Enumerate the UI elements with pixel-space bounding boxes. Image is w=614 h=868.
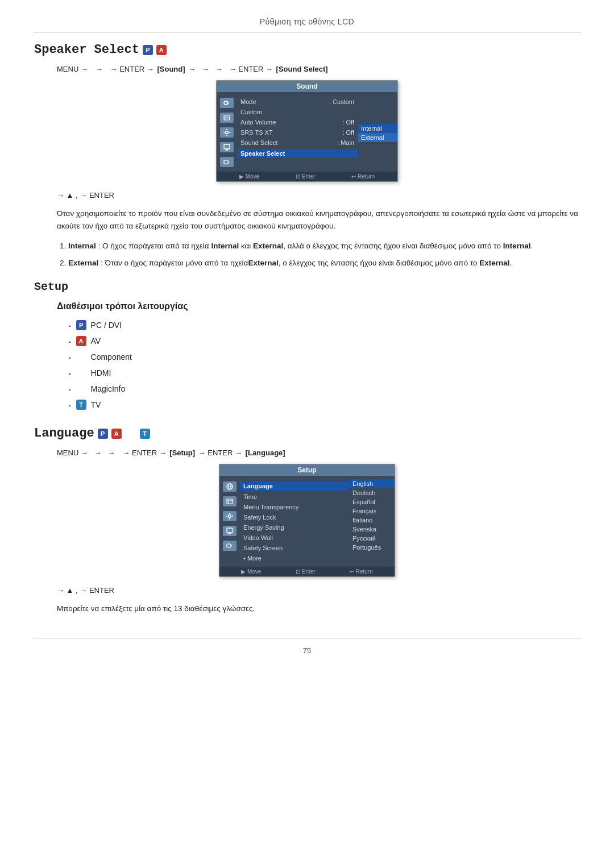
bullet-component: · <box>68 351 72 363</box>
speaker-select-nav-path: MENU → → → ENTER → [Sound] → → → → ENTER… <box>57 65 580 73</box>
lang-row-energy: Energy Saving <box>240 524 349 531</box>
language-section: Language P A T MENU → → → → ENTER → [Set… <box>34 426 580 615</box>
icon-sound <box>220 98 234 108</box>
lang-portugues: Português <box>349 543 395 552</box>
language-menu-mockup: Setup <box>34 464 580 577</box>
badge-tv: T <box>76 400 86 410</box>
sound-menu-mockup: Sound <box>34 80 580 182</box>
list-item-external: External : Όταν ο ήχος παράγεται μόνο απ… <box>68 257 580 269</box>
badge-p: P <box>143 45 153 55</box>
bullet-pc: · <box>68 319 72 331</box>
lang-icon-5 <box>223 541 237 551</box>
footer-enter: ⊡ Enter <box>296 173 316 180</box>
nav-enter1: → ENTER → <box>110 65 154 73</box>
lang-francais: Français <box>349 506 395 516</box>
bottom-rule <box>34 638 580 638</box>
mode-av-label: AV <box>91 333 101 349</box>
menu-row-srs: SRS TS XT : Off <box>237 128 358 136</box>
language-menu-box: Setup <box>219 464 395 577</box>
sound-menu-box: Sound <box>216 80 398 182</box>
menu-icons <box>217 95 237 169</box>
mode-tv-label: TV <box>91 397 101 413</box>
speaker-select-title: Speaker Select P A <box>34 43 580 57</box>
language-nav-path: MENU → → → → ENTER → [Setup] → ENTER → [… <box>57 448 580 457</box>
lang-row-video-wall: Video Wall <box>240 534 349 542</box>
setup-section: Setup Διαθέσιμοι τρόποι λειτουργίας · P … <box>34 280 580 413</box>
svg-rect-5 <box>224 160 228 164</box>
nav-sound: [Sound] <box>155 65 187 73</box>
submenu-external: External <box>358 133 397 142</box>
svg-point-0 <box>224 101 227 105</box>
language-arrow-line: → ▲ , → ENTER <box>57 586 580 595</box>
svg-rect-9 <box>227 528 233 533</box>
mode-pc-dvi: · P PC / DVI <box>68 317 580 333</box>
nav-sound-select: [Sound Select] <box>274 65 328 73</box>
lang-nav-menu: MENU → → → <box>57 448 121 457</box>
bullet-av: · <box>68 335 72 347</box>
page-container: Ρύθμιση της οθόνης LCD Speaker Select P … <box>34 0 580 689</box>
lang-english: English <box>349 479 395 488</box>
lang-nav-language: [Language] <box>243 448 285 457</box>
menu-row-auto-volume: Auto Volume : Off <box>237 118 358 126</box>
mode-component-label: Component <box>91 349 132 365</box>
svg-rect-7 <box>227 499 233 504</box>
lang-badge-t: T <box>140 429 150 439</box>
menu-row-speaker-select: Speaker Select <box>237 149 358 158</box>
language-menu-body: Language Time Menu Transparency Safety L… <box>219 476 395 567</box>
lang-nav-enter2: → ENTER → <box>198 448 242 457</box>
lang-svenska: Svenska <box>349 525 395 534</box>
speaker-select-title-text: Speaker Select <box>34 43 139 57</box>
lang-footer-return: ↩ Return <box>350 568 373 575</box>
mode-magicinfo-label: MagicInfo <box>91 381 126 397</box>
sound-menu-title: Sound <box>217 81 397 92</box>
lang-menu-items: Language Time Menu Transparency Safety L… <box>240 479 349 564</box>
icon-settings <box>220 127 234 138</box>
nav-arrow1: → <box>96 65 109 73</box>
lang-row-time: Time <box>240 493 349 501</box>
lang-icon-2 <box>223 496 237 506</box>
lang-menu-footer: ▶ Move ⊡ Enter ↩ Return <box>219 567 395 576</box>
speaker-arrow-line: → ▲ , → ENTER <box>57 191 580 200</box>
bullet-tv: · <box>68 399 72 410</box>
page-number: 75 <box>34 646 580 655</box>
setup-title: Setup <box>34 280 580 293</box>
setup-modes-list: · P PC / DVI · A AV · Component · HDMI ·… <box>68 317 580 413</box>
top-rule <box>34 32 580 32</box>
footer-return: ↩ Return <box>351 173 375 180</box>
speaker-list: Internal : Ο ήχος παράγεται από τα ηχεία… <box>68 240 580 269</box>
lang-row-language: Language <box>240 481 349 491</box>
lang-row-more: • More <box>240 554 349 562</box>
lang-footer-enter: ⊡ Enter <box>296 568 316 575</box>
lang-deutsch: Deutsch <box>349 488 395 497</box>
mode-component: · Component <box>68 349 580 365</box>
badge-a: A <box>156 45 167 55</box>
page-header: Ρύθμιση της οθόνης LCD <box>34 17 580 26</box>
svg-rect-10 <box>227 544 231 547</box>
mode-magicinfo: · MagicInfo <box>68 381 580 397</box>
nav-arrows: → → → → ENTER → <box>188 65 273 73</box>
language-body-text: Μπορείτε να επιλέξετε μία από τις 13 δια… <box>57 603 580 615</box>
speaker-body-text: Όταν χρησιμοποιείτε το προϊόν που είναι … <box>57 207 580 232</box>
lang-row-safety-screen: Safety Screen <box>240 544 349 552</box>
menu-row-sound-select: Sound Select : Main <box>237 139 358 147</box>
list-item-internal-text: : Ο ήχος παράγεται από τα ηχεία Internal… <box>98 242 533 250</box>
list-item-external-label: External <box>68 259 98 267</box>
lang-espanol: Español <box>349 497 395 506</box>
lang-row-safety-lock: Safety Lock <box>240 513 349 521</box>
mode-tv: · T TV <box>68 397 580 413</box>
menu-row-mode: Mode : Custom <box>237 98 358 106</box>
lang-submenu: English Deutsch Español Français Italian… <box>349 479 395 564</box>
lang-badge-a: A <box>111 429 122 439</box>
mode-pc-label: PC / DVI <box>91 317 122 333</box>
bullet-magicinfo: · <box>68 383 72 394</box>
badge-pc: P <box>76 320 86 330</box>
submenu-col: Internal External <box>358 124 397 169</box>
lang-russian: Русский <box>349 534 395 543</box>
mode-hdmi: · HDMI <box>68 365 580 381</box>
footer-move: ▶ Move <box>239 173 259 180</box>
mode-hdmi-label: HDMI <box>91 365 111 381</box>
speaker-select-section: Speaker Select P A MENU → → → ENTER → [S… <box>34 43 580 269</box>
icon-input <box>220 157 234 167</box>
list-item-external-text: : Όταν ο ήχος παράγεται μόνο από τα ηχεί… <box>101 259 512 267</box>
sound-menu-footer: ▶ Move ⊡ Enter ↩ Return <box>217 172 397 181</box>
